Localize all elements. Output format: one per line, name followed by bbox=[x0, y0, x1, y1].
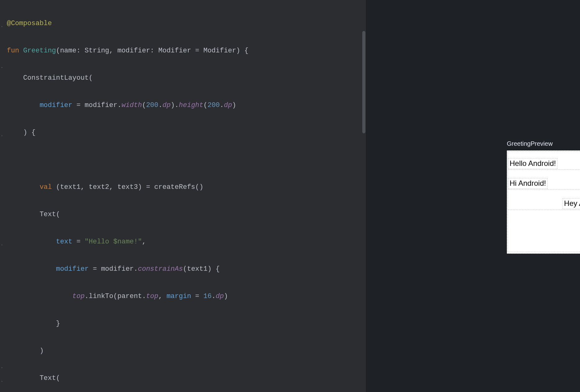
editor-gutter: ▸ ▸ ▸ ▸ ▸ ▸ bbox=[0, 0, 5, 392]
app-root: ▸ ▸ ▸ ▸ ▸ ▸ @Composable fun Greeting(nam… bbox=[0, 0, 580, 392]
code-editor[interactable]: ▸ ▸ ▸ ▸ ▸ ▸ @Composable fun Greeting(nam… bbox=[0, 0, 366, 392]
code-line[interactable]: text = "Hello $name!", bbox=[7, 235, 366, 249]
code-line[interactable]: } bbox=[7, 317, 366, 331]
code-line[interactable]: Text( bbox=[7, 372, 366, 385]
fold-icon[interactable]: ▸ bbox=[1, 20, 4, 23]
code-line[interactable]: ConstraintLayout( bbox=[7, 71, 366, 85]
code-line[interactable]: ) { bbox=[7, 126, 366, 140]
preview-text-1[interactable]: Hello Android! bbox=[508, 158, 557, 169]
fold-icon[interactable]: ▸ bbox=[1, 375, 4, 378]
fold-icon[interactable]: ▸ bbox=[1, 61, 4, 64]
fold-icon[interactable]: ▸ bbox=[1, 238, 4, 241]
code-line[interactable]: Text( bbox=[7, 208, 366, 221]
fold-icon[interactable]: ▸ bbox=[1, 129, 4, 132]
annotation: @Composable bbox=[7, 20, 52, 27]
fold-icon[interactable]: ▸ bbox=[1, 361, 4, 364]
preview-canvas[interactable]: Hello Android! Hi Android! Hey Android! bbox=[507, 150, 580, 254]
code-line[interactable]: modifier = modifier.width(200.dp).height… bbox=[7, 99, 366, 112]
layout-guide bbox=[508, 169, 580, 170]
code-line[interactable]: modifier = modifier.constrainAs(text1) { bbox=[7, 262, 366, 276]
layout-guide bbox=[508, 189, 580, 189]
preview-text-2[interactable]: Hi Android! bbox=[508, 178, 547, 189]
code-line[interactable]: @Composable bbox=[7, 17, 366, 30]
code-line[interactable]: ) bbox=[7, 344, 366, 358]
code-line[interactable]: fun Greeting(name: String, modifier: Mod… bbox=[7, 44, 366, 58]
code-line[interactable] bbox=[7, 153, 366, 167]
code-line[interactable]: top.linkTo(parent.top, margin = 16.dp) bbox=[7, 290, 366, 303]
editor-scrollbar[interactable] bbox=[362, 31, 365, 133]
code-content[interactable]: @Composable fun Greeting(name: String, m… bbox=[6, 3, 366, 392]
layout-guide bbox=[508, 210, 580, 210]
preview-title: GreetingPreview bbox=[507, 140, 553, 147]
preview-text-3[interactable]: Hey Android! bbox=[563, 198, 580, 209]
code-line[interactable]: val (text1, text2, text3) = createRefs() bbox=[7, 180, 366, 194]
compose-preview-pane[interactable]: GreetingPreview Hello Android! Hi Androi… bbox=[367, 0, 580, 392]
